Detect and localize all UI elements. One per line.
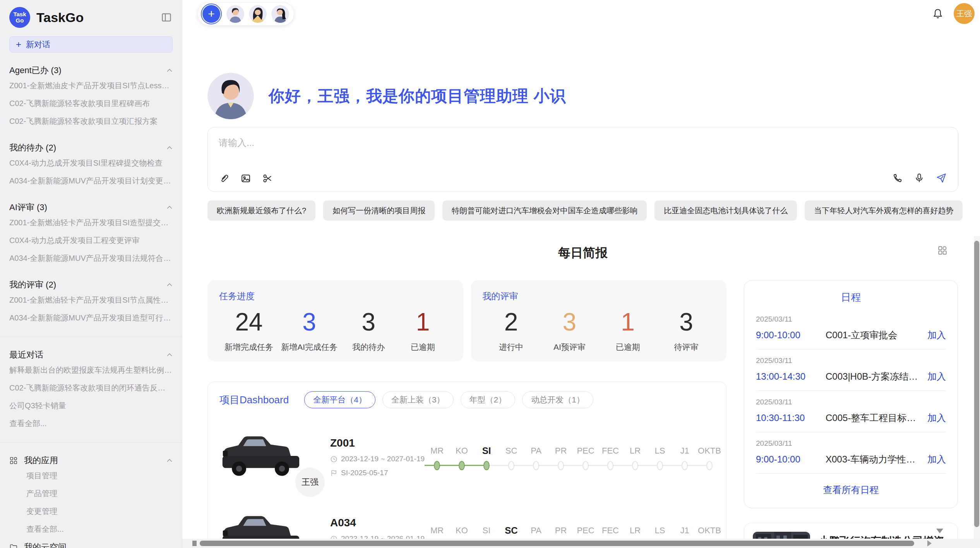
scroll-right-arrow-icon[interactable]: [927, 540, 932, 546]
join-link[interactable]: 加入: [927, 370, 946, 383]
chat-input[interactable]: [219, 137, 838, 148]
stat-value: 1: [400, 308, 446, 336]
app-item[interactable]: 产品管理: [9, 485, 173, 502]
image-icon[interactable]: [240, 173, 251, 184]
chevron-up-icon[interactable]: [166, 68, 173, 73]
milestone-label: MR: [425, 444, 449, 460]
sidebar-task-item[interactable]: Z001-全新燃油皮卡产品开发项目SI节点Lesson Learn报告: [9, 77, 173, 94]
attachment-icon[interactable]: [219, 173, 230, 184]
recent-chat-item[interactable]: 查看全部...: [9, 414, 173, 432]
truck-image: [219, 431, 302, 481]
sidebar-task-item[interactable]: Z001-全新燃油轻卡产品开发项目SI造型提交物评审: [9, 214, 173, 231]
schedule-item: 2025/03/11 9:00-10:00 X003-车辆动力学性能验... 加…: [756, 432, 946, 474]
project-row[interactable]: 王强 Z001 2023-12-19 ~ 2027-01-19 SI-2025-…: [219, 426, 714, 488]
sidebar-task-item[interactable]: Z001-全新燃油轻卡产品开发项目SI节点属性5D文件评审: [9, 291, 173, 309]
suggestion-chip[interactable]: 欧洲新规最近颁布了什么?: [207, 200, 315, 221]
app-item[interactable]: 查看全部...: [9, 520, 173, 538]
join-link[interactable]: 加入: [927, 329, 946, 341]
sidebar-task-item[interactable]: A034-全新新能源MUV产品开发项目计划变更表编写: [9, 172, 173, 190]
schedule-card: 日程 2025/03/11 9:00-10:00 C001-立项审批会 加入: [744, 280, 958, 508]
chevron-up-icon[interactable]: [166, 458, 173, 463]
sidebar-task-item[interactable]: C0X4-动力总成开发项目工程变更评审: [9, 231, 173, 249]
chevron-up-icon[interactable]: [166, 283, 173, 287]
schedule-item: 2025/03/11 10:30-11:30 C005-整车工程目标评审 加入: [756, 391, 946, 432]
sidebar-item-cloud-space[interactable]: 我的云空间: [9, 538, 173, 548]
schedule-date: 2025/03/11: [756, 356, 946, 365]
owner-badge: 王强: [295, 468, 325, 497]
schedule-time: 9:00-10:00: [756, 454, 826, 465]
milestone-label: PA: [524, 444, 548, 460]
project-date-range: 2023-12-19 ~ 2027-01-19: [341, 455, 425, 463]
section-my-todo: 我的待办 (2) C0X4-动力总成开发项目SI里程碑提交物检查A034-全新新…: [9, 142, 173, 190]
project-dashboard-card: 项目Dashboard 全新平台（4）全新上装（3）年型（2）动总开发（1）: [207, 382, 726, 548]
stat-label: 新增完成任务: [224, 342, 273, 353]
filter-pill[interactable]: 全新上装（3）: [382, 391, 454, 408]
schedule-item: 2025/03/11 9:00-10:00 C001-立项审批会 加入: [756, 308, 946, 349]
stat-value: 3: [663, 308, 709, 336]
section-title: 我的待办 (2): [9, 142, 56, 154]
stat-label: 我的待办: [345, 342, 392, 353]
horizontal-scrollbar-thumb[interactable]: [200, 541, 914, 546]
stat-cards: 任务进度 24 新增完成任务 3 新增AI完成任务 3: [207, 280, 726, 361]
flag-icon: [330, 469, 338, 477]
suggestion-chip[interactable]: 特朗普可能对进口汽车增税会对中国车企造成哪些影响: [442, 200, 647, 221]
sidebar-task-item[interactable]: C0X4-动力总成开发项目SI里程碑提交物检查: [9, 154, 173, 172]
milestone-dot: [434, 461, 440, 470]
scroll-down-arrow-icon[interactable]: [936, 529, 943, 533]
section-title: 我的评审 (2): [9, 279, 56, 291]
section-agent-done: Agent已办 (3) Z001-全新燃油皮卡产品开发项目SI节点Lesson …: [9, 64, 173, 130]
milestone-dot: [508, 461, 514, 470]
milestone-dot: [459, 461, 465, 470]
schedule-title: 日程: [756, 291, 946, 304]
assistant-avatar: [207, 73, 254, 119]
suggestion-chip[interactable]: 当下年轻人对汽车外观有怎样的喜好趋势: [805, 200, 963, 221]
filter-pill[interactable]: 动总开发（1）: [522, 391, 593, 408]
layout-grid-icon[interactable]: [937, 245, 947, 257]
join-link[interactable]: 加入: [927, 453, 946, 466]
sidebar-task-item[interactable]: C02-飞腾新能源轻客改款项目里程碑画布: [9, 94, 173, 112]
chevron-up-icon[interactable]: [166, 205, 173, 210]
milestone: OKTB: [697, 444, 722, 472]
milestone-dot: [583, 461, 589, 470]
recent-chat-item[interactable]: 公司Q3轻卡销量: [9, 397, 173, 414]
filter-pill[interactable]: 年型（2）: [461, 391, 516, 408]
recent-chat-item[interactable]: C02-飞腾新能源轻客改款项目的闭环通告反馈情况: [9, 379, 173, 397]
suggestion-chip[interactable]: 比亚迪全固态电池计划具体说了什么: [654, 200, 797, 221]
view-all-schedule-link[interactable]: 查看所有日程: [756, 474, 946, 500]
chevron-up-icon[interactable]: [166, 146, 173, 150]
app-item[interactable]: 变更管理: [9, 502, 173, 520]
schedule-date: 2025/03/11: [756, 398, 946, 406]
microphone-icon[interactable]: [914, 173, 925, 183]
filter-pill[interactable]: 全新平台（4）: [304, 391, 375, 408]
schedule-time: 13:00-14:30: [756, 371, 826, 382]
chat-input-card: [207, 127, 958, 192]
scissors-icon[interactable]: [262, 173, 273, 184]
sidebar-task-item[interactable]: C02-飞腾新能源轻客改款项目立项汇报方案: [9, 112, 173, 130]
milestone-label: LR: [623, 524, 648, 540]
greeting-block: 你好，王强，我是你的项目管理助理 小识: [207, 73, 958, 119]
horizontal-scrollbar-track: [182, 539, 980, 548]
join-link[interactable]: 加入: [927, 412, 946, 424]
recent-chat-item[interactable]: 解释最新出台的欧盟报废车法规再生塑料比例被调至15%...: [9, 361, 173, 379]
milestone-label: MR: [425, 524, 449, 540]
stat: 3 待评审: [663, 308, 709, 353]
phone-icon[interactable]: [892, 173, 903, 183]
section-title: 我的应用: [24, 455, 58, 466]
sidebar-collapse-icon[interactable]: [160, 11, 173, 24]
suggestion-chip[interactable]: 如何写一份清晰的项目周报: [323, 200, 435, 221]
milestone-label: PR: [548, 444, 573, 460]
stat-label: 已逾期: [400, 342, 446, 353]
scroll-left-button[interactable]: [192, 541, 197, 546]
app-item[interactable]: 项目管理: [9, 467, 173, 485]
sidebar-task-item[interactable]: A034-全新新能源MUV产品开发项目法规符合性评审: [9, 249, 173, 267]
chevron-up-icon[interactable]: [166, 353, 173, 357]
vertical-scrollbar-thumb[interactable]: [974, 241, 979, 527]
milestone-label: PR: [548, 524, 573, 540]
board-left-column: 任务进度 24 新增完成任务 3 新增AI完成任务 3: [207, 280, 726, 548]
sidebar-task-item[interactable]: A034-全新新能源MUV产品开发项目造型可行性评审: [9, 309, 173, 327]
app-logo: Task Go: [9, 7, 30, 28]
milestone-dot: [533, 461, 539, 470]
new-chat-button[interactable]: + 新对话: [9, 36, 173, 53]
send-icon[interactable]: [935, 172, 947, 184]
stat: 3 我的待办: [345, 308, 392, 353]
